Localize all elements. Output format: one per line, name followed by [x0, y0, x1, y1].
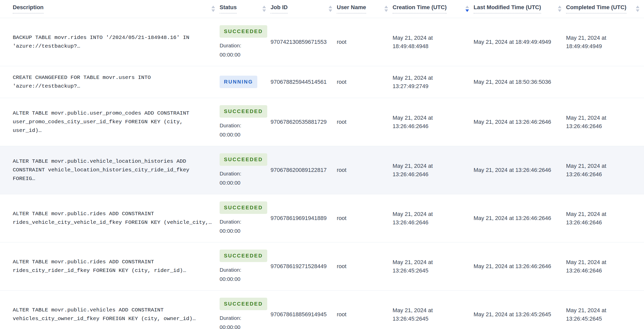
job-description: ALTER TABLE movr.public.vehicle_location… [0, 146, 220, 194]
job-completed-time: May 21, 2024 at 18:49:49:4949 [566, 18, 644, 66]
sort-descending-icon [262, 9, 266, 12]
job-user-name: root [337, 290, 393, 329]
job-status-cell: SUCCEEDED Duration: 00:00:00 [220, 242, 271, 290]
job-id: 970678619271528449 [271, 242, 337, 290]
job-duration: Duration: 00:00:00 [220, 121, 263, 139]
job-user-name: root [337, 98, 393, 146]
job-user-name: root [337, 18, 393, 66]
job-row[interactable]: ALTER TABLE movr.public.rides ADD CONSTR… [0, 194, 644, 242]
job-last-modified-time: May 21, 2024 at 18:49:49:4949 [474, 18, 566, 66]
job-status-cell: SUCCEEDED Duration: 00:00:00 [220, 146, 271, 194]
job-completed-time: May 21, 2024 at 13:26:46:2646 [566, 146, 644, 194]
sort-ascending-icon [262, 6, 266, 8]
sort-icons [558, 6, 561, 12]
status-badge: SUCCEEDED [220, 201, 267, 214]
sort-descending-icon [384, 9, 388, 12]
sort-icons [329, 6, 332, 12]
sort-descending-icon [211, 9, 215, 12]
sort-ascending-icon [329, 6, 332, 8]
job-row[interactable]: ALTER TABLE movr.public.vehicles ADD CON… [0, 290, 644, 329]
job-row[interactable]: ALTER TABLE movr.public.rides ADD CONSTR… [0, 242, 644, 290]
duration-label: Duration: [220, 42, 263, 50]
duration-value: 00:00:00 [220, 275, 263, 283]
job-last-modified-time: May 21, 2024 at 13:26:46:2646 [474, 146, 566, 194]
column-header-creation-time-utc[interactable]: Creation Time (UTC) [393, 0, 474, 18]
job-status-cell: SUCCEEDED Duration: 00:00:00 [220, 18, 271, 66]
sort-icons [636, 6, 639, 12]
column-header-status[interactable]: Status [220, 0, 271, 18]
duration-value: 00:00:00 [220, 323, 263, 329]
job-description: ALTER TABLE movr.public.rides ADD CONSTR… [0, 242, 220, 290]
job-creation-time: May 21, 2024 at 13:26:45:2645 [393, 290, 474, 329]
status-badge: SUCCEEDED [220, 105, 267, 118]
job-last-modified-time: May 21, 2024 at 18:50:36:5036 [474, 66, 566, 98]
header-row: Description Status Job ID User Name [0, 0, 644, 18]
job-user-name: root [337, 242, 393, 290]
sort-ascending-icon [465, 6, 469, 8]
column-header-description[interactable]: Description [0, 0, 220, 18]
column-header-label: Last Modified Time (UTC) [474, 4, 541, 13]
job-id: 970678620535881729 [271, 98, 337, 146]
job-creation-time: May 21, 2024 at 13:26:46:2646 [393, 98, 474, 146]
sort-descending-icon [636, 9, 639, 12]
column-header-completed-time-utc[interactable]: Completed Time (UTC) [566, 0, 644, 18]
column-header-user-name[interactable]: User Name [337, 0, 393, 18]
job-last-modified-time: May 21, 2024 at 13:26:45:2645 [474, 290, 566, 329]
column-header-last-modified-time-utc[interactable]: Last Modified Time (UTC) [474, 0, 566, 18]
job-creation-time: May 21, 2024 at 13:27:49:2749 [393, 66, 474, 98]
job-creation-time: May 21, 2024 at 18:49:48:4948 [393, 18, 474, 66]
column-header-job-id[interactable]: Job ID [271, 0, 337, 18]
job-row[interactable]: ALTER TABLE movr.public.vehicle_location… [0, 146, 644, 194]
job-completed-time: May 21, 2024 at 13:26:46:2646 [566, 194, 644, 242]
column-header-label: Status [220, 4, 237, 13]
job-duration: Duration: 00:00:00 [220, 218, 263, 235]
sort-ascending-icon [636, 6, 639, 8]
sort-icons [465, 6, 469, 12]
job-id: 970678618856914945 [271, 290, 337, 329]
sort-descending-icon [558, 9, 561, 12]
job-row[interactable]: ALTER TABLE movr.public.user_promo_codes… [0, 98, 644, 146]
job-last-modified-time: May 21, 2024 at 13:26:46:2646 [474, 98, 566, 146]
job-completed-time: May 21, 2024 at 13:26:46:2646 [566, 242, 644, 290]
column-header-label: User Name [337, 4, 366, 13]
job-last-modified-time: May 21, 2024 at 13:26:46:2646 [474, 194, 566, 242]
job-duration: Duration: 00:00:00 [220, 42, 263, 59]
job-duration: Duration: 00:00:00 [220, 170, 263, 187]
job-duration: Duration: 00:00:00 [220, 266, 263, 283]
table-body: BACKUP TABLE movr.rides INTO '/2024/05/2… [0, 18, 644, 329]
sort-icons [211, 6, 215, 12]
job-creation-time: May 21, 2024 at 13:26:45:2645 [393, 242, 474, 290]
duration-value: 00:00:00 [220, 227, 263, 235]
job-status-cell: SUCCEEDED Duration: 00:00:00 [220, 194, 271, 242]
job-row[interactable]: BACKUP TABLE movr.rides INTO '/2024/05/2… [0, 18, 644, 66]
job-description: ALTER TABLE movr.public.vehicles ADD CON… [0, 290, 220, 329]
job-row[interactable]: CREATE CHANGEFEED FOR TABLE movr.users I… [0, 66, 644, 98]
job-creation-time: May 21, 2024 at 13:26:46:2646 [393, 146, 474, 194]
sort-descending-icon [465, 9, 469, 12]
job-status-cell: SUCCEEDED Duration: 00:00:00 [220, 98, 271, 146]
column-header-label: Completed Time (UTC) [566, 4, 626, 13]
duration-label: Duration: [220, 314, 263, 322]
column-header-label: Description [13, 4, 44, 13]
jobs-table: Description Status Job ID User Name [0, 0, 644, 329]
status-badge: SUCCEEDED [220, 153, 267, 166]
duration-value: 00:00:00 [220, 131, 263, 139]
job-id: 970678619691941889 [271, 194, 337, 242]
job-description: ALTER TABLE movr.public.user_promo_codes… [0, 98, 220, 146]
job-description: ALTER TABLE movr.public.rides ADD CONSTR… [0, 194, 220, 242]
duration-value: 00:00:00 [220, 51, 263, 59]
job-user-name: root [337, 66, 393, 98]
job-completed-time: May 21, 2024 at 13:26:45:2645 [566, 290, 644, 329]
duration-label: Duration: [220, 170, 263, 178]
status-badge: SUCCEEDED [220, 25, 267, 38]
job-description: CREATE CHANGEFEED FOR TABLE movr.users I… [0, 66, 220, 98]
sort-icons [384, 6, 388, 12]
job-user-name: root [337, 146, 393, 194]
job-id: 970678620089122817 [271, 146, 337, 194]
job-user-name: root [337, 194, 393, 242]
sort-icons [262, 6, 266, 12]
job-status-cell: SUCCEEDED Duration: 00:00:00 [220, 290, 271, 329]
duration-label: Duration: [220, 266, 263, 274]
sort-ascending-icon [558, 6, 561, 8]
status-badge: SUCCEEDED [220, 250, 267, 262]
